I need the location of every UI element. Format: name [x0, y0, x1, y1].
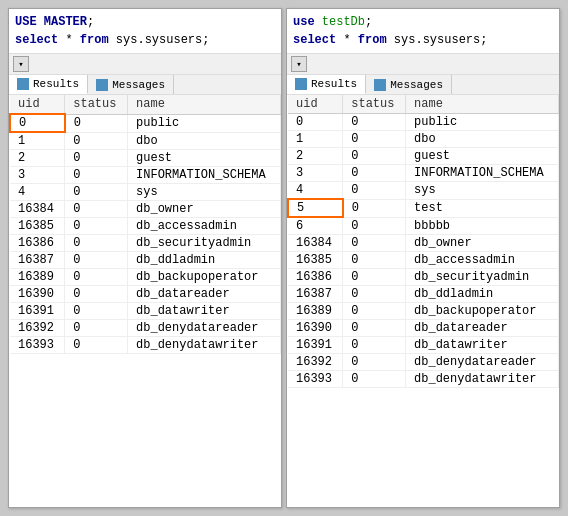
table-row: 163860db_securityadmin	[10, 235, 281, 252]
table-row: 10dbo	[10, 132, 281, 150]
dropdown-button[interactable]: ▾	[13, 56, 29, 72]
cell-uid: 16387	[10, 252, 65, 269]
cell-status: 0	[65, 320, 128, 337]
cell-name: db_denydatareader	[128, 320, 281, 337]
code-semi: ;	[365, 15, 372, 29]
cell-uid: 16389	[288, 303, 343, 320]
code-line-1: USE MASTER;	[15, 13, 275, 31]
cell-status: 0	[343, 182, 406, 200]
cell-uid: 16392	[10, 320, 65, 337]
cell-uid: 16385	[10, 218, 65, 235]
column-header-uid: uid	[10, 95, 65, 114]
cell-name: db_denydatawriter	[406, 371, 559, 388]
table-icon	[374, 79, 386, 91]
tab-messages[interactable]: Messages	[88, 75, 174, 94]
table-row: 40sys	[10, 184, 281, 201]
cell-name: db_accessadmin	[406, 252, 559, 269]
cell-uid: 0	[10, 114, 65, 132]
column-header-uid: uid	[288, 95, 343, 114]
cell-status: 0	[343, 337, 406, 354]
cell-status: 0	[343, 303, 406, 320]
panel-right: use testDb;select * from sys.sysusers;▾R…	[286, 8, 560, 508]
code-line-2: select * from sys.sysusers;	[293, 31, 553, 49]
table-row: 163850db_accessadmin	[10, 218, 281, 235]
cell-name: db_datareader	[406, 320, 559, 337]
table-row: 10dbo	[288, 131, 559, 148]
cell-uid: 4	[10, 184, 65, 201]
cell-uid: 1	[10, 132, 65, 150]
cell-name: db_datawriter	[128, 303, 281, 320]
table-icon	[295, 78, 307, 90]
code-select: select	[15, 33, 58, 47]
cell-name: guest	[406, 148, 559, 165]
cell-uid: 16393	[10, 337, 65, 354]
cell-name: db_accessadmin	[128, 218, 281, 235]
code-area-left: USE MASTER;select * from sys.sysusers;	[9, 9, 281, 54]
table-row: 00public	[288, 114, 559, 131]
table-row: 163870db_ddladmin	[10, 252, 281, 269]
table-row: 163860db_securityadmin	[288, 269, 559, 286]
cell-uid: 2	[10, 150, 65, 167]
cell-name: dbo	[128, 132, 281, 150]
cell-uid: 16391	[288, 337, 343, 354]
cell-name: bbbbb	[406, 217, 559, 235]
cell-uid: 16385	[288, 252, 343, 269]
cell-uid: 16392	[288, 354, 343, 371]
cell-status: 0	[343, 148, 406, 165]
panel-left: USE MASTER;select * from sys.sysusers;▾R…	[8, 8, 282, 508]
table-icon	[17, 78, 29, 90]
tab-label: Results	[33, 78, 79, 90]
cell-status: 0	[343, 286, 406, 303]
column-header-name: name	[128, 95, 281, 114]
dropdown-icon: ▾	[18, 59, 23, 70]
table-row: 163870db_ddladmin	[288, 286, 559, 303]
cell-name: INFORMATION_SCHEMA	[128, 167, 281, 184]
cell-status: 0	[65, 252, 128, 269]
cell-status: 0	[343, 269, 406, 286]
table-row: 163920db_denydatareader	[10, 320, 281, 337]
cell-status: 0	[343, 114, 406, 131]
cell-uid: 16386	[10, 235, 65, 252]
cell-status: 0	[65, 114, 128, 132]
dropdown-button[interactable]: ▾	[291, 56, 307, 72]
cell-name: dbo	[406, 131, 559, 148]
tab-label: Messages	[390, 79, 443, 91]
cell-uid: 16386	[288, 269, 343, 286]
table-row: 163910db_datawriter	[288, 337, 559, 354]
cell-name: public	[406, 114, 559, 131]
tab-messages[interactable]: Messages	[366, 75, 452, 94]
cell-uid: 16387	[288, 286, 343, 303]
cell-name: db_ddladmin	[128, 252, 281, 269]
table-row: 60bbbbb	[288, 217, 559, 235]
code-dbname: testDb	[322, 15, 365, 29]
code-keyword: use	[293, 15, 315, 29]
cell-status: 0	[65, 235, 128, 252]
table-row: 163900db_datareader	[10, 286, 281, 303]
cell-uid: 4	[288, 182, 343, 200]
cell-status: 0	[343, 165, 406, 182]
code-keyword: USE MASTER	[15, 15, 87, 29]
cell-name: db_datareader	[128, 286, 281, 303]
cell-uid: 1	[288, 131, 343, 148]
table-row: 00public	[10, 114, 281, 132]
cell-name: db_denydatawriter	[128, 337, 281, 354]
tabs-right: ResultsMessages	[287, 75, 559, 95]
table-row: 163920db_denydatareader	[288, 354, 559, 371]
cell-uid: 16393	[288, 371, 343, 388]
data-table: uidstatusname00public10dbo20guest30INFOR…	[9, 95, 281, 354]
code-punctuation: ;	[87, 15, 94, 29]
cell-uid: 16384	[288, 235, 343, 252]
cell-name: test	[406, 199, 559, 217]
cell-name: public	[128, 114, 281, 132]
cell-name: db_owner	[406, 235, 559, 252]
table-row: 40sys	[288, 182, 559, 200]
cell-status: 0	[65, 132, 128, 150]
table-icon	[96, 79, 108, 91]
tab-results[interactable]: Results	[287, 75, 366, 94]
cell-uid: 3	[288, 165, 343, 182]
toolbar-left: ▾	[9, 54, 281, 75]
column-header-status: status	[343, 95, 406, 114]
cell-uid: 16389	[10, 269, 65, 286]
tab-results[interactable]: Results	[9, 75, 88, 94]
column-header-name: name	[406, 95, 559, 114]
